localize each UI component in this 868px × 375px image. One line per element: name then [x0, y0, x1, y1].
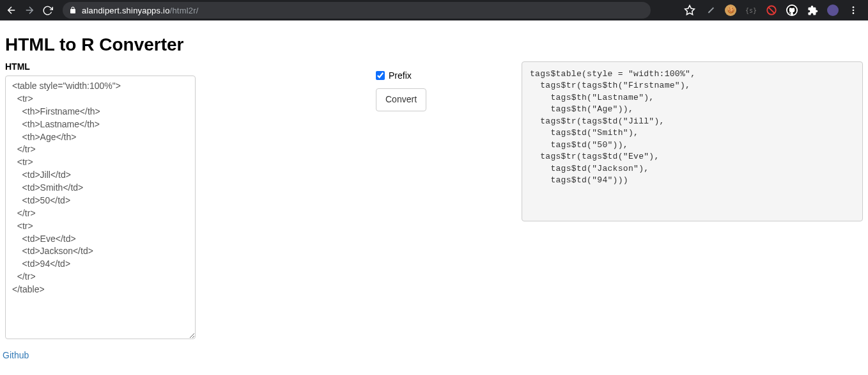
prefix-checkbox[interactable]	[376, 71, 385, 80]
page-body: HTML to R Converter HTML Github Prefix C…	[0, 20, 868, 374]
url-bar[interactable]: alandipert.shinyapps.io/html2r/	[63, 2, 651, 19]
reload-icon[interactable]	[41, 4, 54, 17]
output-column: tags$table(style = "width:100%", tags$tr…	[518, 61, 863, 361]
output-code: tags$table(style = "width:100%", tags$tr…	[522, 61, 863, 221]
star-icon[interactable]	[684, 4, 695, 16]
footer-link-row: Github	[3, 349, 196, 361]
browser-chrome: alandipert.shinyapps.io/html2r/ 🍪 {s}	[0, 0, 868, 20]
extension-github-icon[interactable]	[786, 4, 798, 16]
svg-line-2	[768, 7, 775, 13]
nav-buttons	[5, 4, 54, 17]
extensions-puzzle-icon[interactable]	[807, 4, 818, 16]
extension-wand-icon[interactable]	[704, 4, 716, 16]
svg-point-5	[853, 12, 855, 14]
prefix-label: Prefix	[389, 70, 412, 81]
html-label: HTML	[5, 61, 196, 72]
svg-point-4	[853, 10, 855, 12]
html-column: HTML Github	[5, 61, 203, 361]
lock-icon	[69, 6, 77, 14]
url-text: alandipert.shinyapps.io/html2r/	[82, 6, 199, 15]
convert-button[interactable]: Convert	[376, 88, 426, 111]
page-title: HTML to R Converter	[5, 35, 863, 55]
svg-point-3	[853, 6, 855, 8]
forward-icon[interactable]	[23, 4, 36, 17]
extension-brackets-icon[interactable]: {s}	[745, 4, 757, 16]
profile-avatar-icon[interactable]	[827, 4, 839, 16]
menu-dots-icon[interactable]	[848, 4, 859, 16]
svg-marker-0	[685, 6, 695, 15]
prefix-checkbox-row: Prefix	[376, 70, 511, 81]
back-icon[interactable]	[5, 4, 18, 17]
extension-block-icon[interactable]	[766, 4, 777, 16]
browser-right-icons: 🍪 {s}	[684, 4, 863, 16]
extension-cookie-icon[interactable]: 🍪	[725, 4, 736, 16]
main-row: HTML Github Prefix Convert tags$table(st…	[5, 61, 863, 361]
controls-column: Prefix Convert	[203, 61, 518, 361]
github-link[interactable]: Github	[3, 350, 29, 360]
html-input[interactable]	[5, 76, 196, 339]
